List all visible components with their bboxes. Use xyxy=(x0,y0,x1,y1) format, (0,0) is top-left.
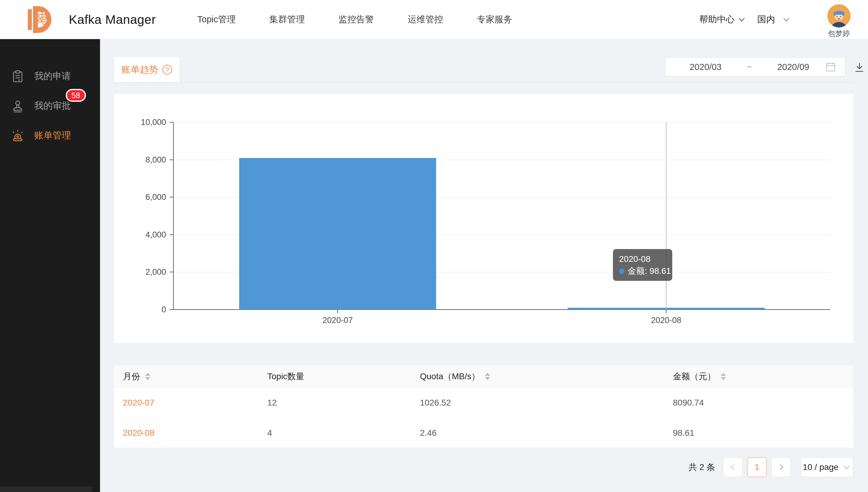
sort-icon[interactable] xyxy=(145,373,150,380)
chevron-down-icon xyxy=(842,463,851,472)
sort-icon[interactable] xyxy=(485,373,490,380)
y-tick xyxy=(170,122,173,123)
y-axis-label: 2,000 xyxy=(145,267,166,277)
clipboard-icon xyxy=(11,70,24,83)
column-header-Quota（MB/s）[interactable]: Quota（MB/s） xyxy=(420,366,490,388)
chart-y-axis xyxy=(173,122,174,310)
chart-bar-2020-07[interactable] xyxy=(239,158,436,310)
pagination-total: 共 2 条 xyxy=(688,462,715,473)
username: 包梦婷 xyxy=(819,29,859,39)
column-header-Topic数量: Topic数量 xyxy=(267,366,304,388)
chevron-left-icon xyxy=(729,463,737,471)
sidebar-item-我的审批[interactable]: 我的审批58 xyxy=(0,91,100,121)
x-tick xyxy=(666,310,666,313)
series-dot-icon xyxy=(619,269,625,274)
y-tick xyxy=(170,272,173,272)
sidebar-item-我的申请[interactable]: 我的申请 xyxy=(0,62,100,91)
sort-asc-icon xyxy=(721,373,726,376)
gridline xyxy=(173,122,830,123)
month-link[interactable]: 2020-08 xyxy=(123,418,155,448)
download-icon[interactable] xyxy=(853,62,865,73)
sort-desc-icon xyxy=(721,377,726,380)
table-header-row: 月份Topic数量Quota（MB/s）金额（元） xyxy=(114,366,853,388)
nav-item-集群管理[interactable]: 集群管理 xyxy=(269,14,305,26)
user-menu[interactable]: 包梦婷 xyxy=(819,4,859,39)
tab-label: 账单趋势 xyxy=(121,64,158,76)
sort-asc-icon xyxy=(145,373,150,376)
sidebar-item-账单管理[interactable]: 账单管理 xyxy=(0,121,100,150)
sidebar: 我的申请我的审批58账单管理 xyxy=(0,39,100,492)
help-icon[interactable]: ? xyxy=(162,65,172,75)
app-title: Kafka Manager xyxy=(69,0,156,39)
region-select[interactable]: 国内 xyxy=(757,0,791,39)
column-label: 金额（元） xyxy=(673,371,716,382)
y-tick xyxy=(170,197,173,197)
notification-badge: 58 xyxy=(66,89,86,102)
y-axis-label: 4,000 xyxy=(145,230,166,239)
x-axis-label: 2020-07 xyxy=(322,316,353,325)
column-label: Quota（MB/s） xyxy=(420,371,480,382)
help-center-label: 帮助中心 xyxy=(699,14,735,26)
sort-icon[interactable] xyxy=(721,373,726,380)
page-size-select[interactable]: 10 / page xyxy=(801,458,853,477)
stamp-icon xyxy=(11,99,24,113)
avatar xyxy=(827,4,850,27)
sort-asc-icon xyxy=(485,373,490,376)
nav-item-Topic管理[interactable]: Topic管理 xyxy=(197,14,236,26)
y-tick xyxy=(170,309,173,310)
chart-tooltip: 2020-08 金额: 98.61 xyxy=(613,249,672,281)
app-logo-icon xyxy=(26,4,56,35)
y-tick xyxy=(170,235,173,235)
sidebar-collapse-bar[interactable] xyxy=(0,487,92,492)
table-row: 2020-07121026.528090.74 xyxy=(114,388,853,418)
sort-desc-icon xyxy=(485,377,490,380)
help-center-menu[interactable]: 帮助中心 xyxy=(699,0,746,39)
table-cell: 8090.74 xyxy=(673,388,704,418)
y-tick xyxy=(170,159,173,160)
column-header-金额（元）[interactable]: 金额（元） xyxy=(673,366,726,388)
column-header-月份[interactable]: 月份 xyxy=(123,366,150,388)
date-separator: ~ xyxy=(737,62,761,72)
page-size-label: 10 / page xyxy=(803,462,839,472)
x-axis-label: 2020-08 xyxy=(651,316,681,325)
sidebar-item-label: 我的审批 xyxy=(34,100,71,112)
prev-page-button[interactable] xyxy=(723,458,743,477)
chart-crosshair xyxy=(666,122,666,310)
y-axis-label: 6,000 xyxy=(145,193,166,202)
table-cell: 2.46 xyxy=(420,418,437,448)
chevron-down-icon xyxy=(737,15,746,24)
page-1-button[interactable]: 1 xyxy=(747,458,767,477)
sidebar-item-label: 我的申请 xyxy=(34,70,71,82)
calendar-icon xyxy=(825,61,837,73)
tab-bill-trend[interactable]: 账单趋势 ? xyxy=(114,57,180,82)
chart-plot: 02,0004,0006,0008,00010,0002020-072020-0… xyxy=(173,122,830,310)
date-start-input[interactable]: 2020/03 xyxy=(674,62,737,72)
month-link[interactable]: 2020-07 xyxy=(123,388,155,418)
nav-item-运维管控[interactable]: 运维管控 xyxy=(408,14,443,26)
date-end-input[interactable]: 2020/09 xyxy=(761,62,825,72)
table-cell: 12 xyxy=(267,388,277,418)
tooltip-value: 金额: 98.61 xyxy=(628,266,671,276)
date-range-picker[interactable]: 2020/03 ~ 2020/09 xyxy=(665,57,845,76)
sidebar-item-label: 账单管理 xyxy=(34,129,71,142)
column-label: Topic数量 xyxy=(267,371,304,382)
chevron-down-icon xyxy=(782,15,791,24)
nav-item-监控告警[interactable]: 监控告警 xyxy=(338,14,374,26)
bill-trend-chart-card: 02,0004,0006,0008,00010,0002020-072020-0… xyxy=(114,94,853,343)
table-body: 2020-07121026.528090.742020-0842.4698.61 xyxy=(114,388,853,448)
main-content: 账单趋势 ? 2020/03 ~ 2020/09 02,0004,0006,00… xyxy=(100,39,868,492)
pagination: 共 2 条 1 10 / page xyxy=(688,458,853,477)
sidebar-menu: 我的申请我的审批58账单管理 xyxy=(0,39,100,150)
nav-item-专家服务[interactable]: 专家服务 xyxy=(477,14,512,26)
table-cell: 1026.52 xyxy=(420,388,451,418)
bill-table: 月份Topic数量Quota（MB/s）金额（元） 2020-07121026.… xyxy=(114,366,853,448)
y-axis-label: 8,000 xyxy=(145,155,166,165)
next-page-button[interactable] xyxy=(771,458,791,477)
tooltip-title: 2020-08 xyxy=(619,253,666,265)
top-header: Kafka Manager Topic管理集群管理监控告警运维管控专家服务 帮助… xyxy=(0,0,868,39)
region-label: 国内 xyxy=(757,14,775,26)
table-cell: 4 xyxy=(267,418,272,448)
y-axis-label: 10,000 xyxy=(141,118,166,127)
column-label: 月份 xyxy=(123,371,140,382)
y-axis-label: 0 xyxy=(162,305,166,315)
